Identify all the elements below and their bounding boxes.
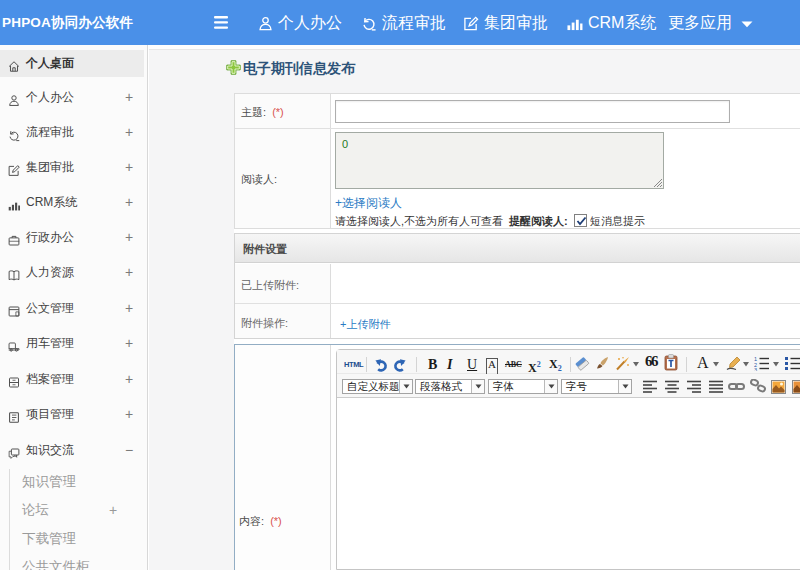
svg-text:3: 3 — [754, 367, 757, 372]
